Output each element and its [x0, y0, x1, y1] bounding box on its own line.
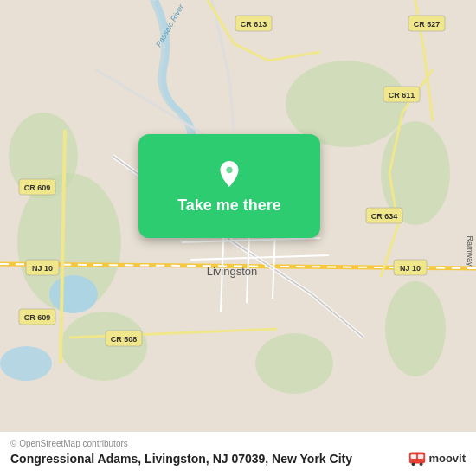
take-me-there-button[interactable]: Take me there: [138, 134, 320, 238]
attribution-text: © OpenStreetMap contributors: [10, 439, 466, 448]
svg-rect-34: [418, 454, 423, 459]
moovit-text: moovit: [428, 452, 466, 465]
svg-text:CR 508: CR 508: [111, 335, 138, 344]
svg-point-36: [420, 463, 423, 466]
svg-rect-33: [411, 454, 416, 459]
svg-point-35: [412, 463, 415, 466]
svg-text:CR 634: CR 634: [371, 212, 398, 221]
svg-text:CR 611: CR 611: [389, 91, 415, 100]
svg-point-7: [255, 333, 333, 394]
address-text: Congressional Adams, Livingston, NJ 0703…: [10, 452, 466, 466]
svg-text:CR 609: CR 609: [24, 183, 51, 192]
svg-text:CR 527: CR 527: [414, 20, 441, 29]
svg-point-8: [49, 275, 98, 313]
location-pin-icon: [214, 158, 245, 190]
svg-text:NJ 10: NJ 10: [32, 264, 53, 273]
moovit-logo: moovit: [408, 448, 466, 467]
svg-point-31: [226, 166, 234, 174]
svg-text:Ramway: Ramway: [466, 235, 474, 267]
map-svg: CR 613 CR 527 CR 611 CR 634 CR 609 CR 60…: [0, 0, 476, 476]
svg-text:CR 609: CR 609: [24, 313, 51, 322]
map-container: CR 613 CR 527 CR 611 CR 634 CR 609 CR 60…: [0, 0, 476, 476]
svg-point-6: [385, 281, 446, 376]
bottom-bar: © OpenStreetMap contributors Congression…: [0, 432, 476, 476]
moovit-bus-icon: [408, 448, 427, 467]
svg-point-9: [0, 346, 52, 381]
svg-text:CR 613: CR 613: [241, 20, 267, 29]
svg-text:Livingston: Livingston: [207, 265, 258, 278]
button-label: Take me there: [177, 196, 281, 215]
svg-text:NJ 10: NJ 10: [400, 264, 421, 273]
